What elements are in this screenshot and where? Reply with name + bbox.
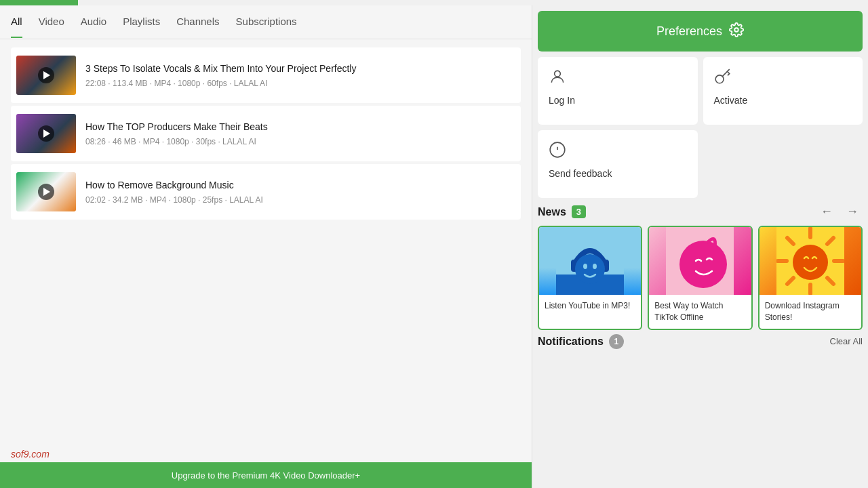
video-meta-2: 08:26 · 46 MB · MP4 · 1080p · 30fps · LA… (85, 137, 515, 146)
notifications-badge: 1 (609, 334, 624, 349)
main-layout: All Video Audio Playlists Channels Subsc… (0, 5, 868, 488)
video-meta-1: 22:08 · 113.4 MB · MP4 · 1080p · 60fps ·… (85, 79, 515, 88)
play-button-2[interactable] (38, 125, 54, 142)
news-card-text-2: Best Way to Watch TikTok Offline (649, 295, 751, 329)
tabs-bar: All Video Audio Playlists Channels Subsc… (0, 5, 532, 39)
news-badge: 3 (572, 205, 586, 218)
action-grid: Log In Activate Send fee (532, 57, 868, 198)
preferences-button[interactable]: Preferences (538, 11, 863, 52)
news-title: News (538, 206, 566, 218)
news-nav-arrows: ← → (816, 203, 863, 220)
tab-subscriptions[interactable]: Subscriptions (236, 6, 297, 38)
upgrade-bar[interactable]: Upgrade to the Premium 4K Video Download… (0, 462, 532, 488)
login-label: Log In (549, 95, 687, 106)
svg-point-0 (734, 28, 738, 32)
tab-playlists[interactable]: Playlists (123, 6, 160, 38)
svg-point-1 (555, 70, 561, 77)
video-list: 3 Steps To Isolate Vocals & Mix Them Int… (0, 39, 532, 462)
svg-point-9 (583, 264, 587, 269)
play-button-3[interactable] (38, 184, 54, 200)
news-card-img-1 (539, 227, 641, 295)
news-card-3[interactable]: Download Instagram Stories! (758, 226, 863, 330)
send-feedback-label: Send feedback (549, 168, 687, 179)
thumbnail-2 (16, 114, 76, 153)
svg-point-8 (575, 254, 605, 284)
left-panel: All Video Audio Playlists Channels Subsc… (0, 5, 532, 488)
video-item-1[interactable]: 3 Steps To Isolate Vocals & Mix Them Int… (11, 47, 521, 103)
news-title-group: News 3 (538, 205, 586, 218)
activate-label: Activate (714, 95, 852, 106)
clear-all-button[interactable]: Clear All (830, 336, 863, 346)
send-feedback-card[interactable]: Send feedback (538, 130, 698, 198)
user-icon (549, 68, 687, 89)
upgrade-label: Upgrade to the Premium 4K Video Download… (172, 470, 360, 481)
video-item-3[interactable]: How to Remove Background Music 02:02 · 3… (11, 164, 521, 220)
tab-channels[interactable]: Channels (176, 6, 219, 38)
svg-point-12 (679, 241, 727, 288)
preferences-label: Preferences (656, 24, 722, 39)
video-item-2[interactable]: How The TOP Producers Make Their Beats 0… (11, 106, 521, 161)
video-title-1: 3 Steps To Isolate Vocals & Mix Them Int… (85, 62, 515, 75)
news-cards: Listen YouTube in MP3! (538, 226, 863, 330)
news-card-2[interactable]: Best Way to Watch TikTok Offline (648, 226, 752, 330)
play-button-1[interactable] (38, 67, 54, 83)
tab-all[interactable]: All (11, 6, 22, 38)
feedback-icon (549, 141, 687, 163)
notifications-title: Notifications (538, 336, 604, 348)
news-card-img-3 (760, 227, 861, 295)
news-section: News 3 ← → (532, 203, 868, 330)
thumbnail-1 (16, 56, 76, 95)
video-meta-3: 02:02 · 34.2 MB · MP4 · 1080p · 25fps · … (85, 195, 515, 205)
tab-video[interactable]: Video (39, 6, 64, 38)
news-card-text-1: Listen YouTube in MP3! (539, 295, 641, 317)
video-info-2: How The TOP Producers Make Their Beats 0… (85, 121, 515, 146)
video-title-2: How The TOP Producers Make Their Beats (85, 121, 515, 133)
news-card-text-3: Download Instagram Stories! (760, 295, 861, 329)
news-card-1[interactable]: Listen YouTube in MP3! (538, 226, 642, 330)
progress-bar (0, 0, 78, 5)
svg-point-10 (593, 264, 597, 269)
video-info-1: 3 Steps To Isolate Vocals & Mix Them Int… (85, 62, 515, 87)
news-card-img-2 (649, 227, 751, 295)
notifications-section: Notifications 1 Clear All (532, 334, 868, 349)
news-header: News 3 ← → (538, 203, 863, 220)
svg-point-2 (715, 75, 724, 83)
thumbnail-3 (16, 172, 76, 211)
news-next-button[interactable]: → (842, 203, 863, 220)
svg-point-22 (793, 245, 828, 280)
video-info-3: How to Remove Background Music 02:02 · 3… (85, 179, 515, 204)
right-panel: Preferences Log In (532, 5, 868, 488)
key-icon (714, 68, 852, 89)
preferences-icon (729, 22, 744, 41)
notif-title-group: Notifications 1 (538, 334, 624, 349)
login-card[interactable]: Log In (538, 57, 698, 125)
tab-audio[interactable]: Audio (81, 6, 106, 38)
video-title-3: How to Remove Background Music (85, 179, 515, 191)
site-watermark: sof9.com (11, 449, 50, 460)
news-prev-button[interactable]: ← (816, 203, 837, 220)
activate-card[interactable]: Activate (703, 57, 863, 125)
